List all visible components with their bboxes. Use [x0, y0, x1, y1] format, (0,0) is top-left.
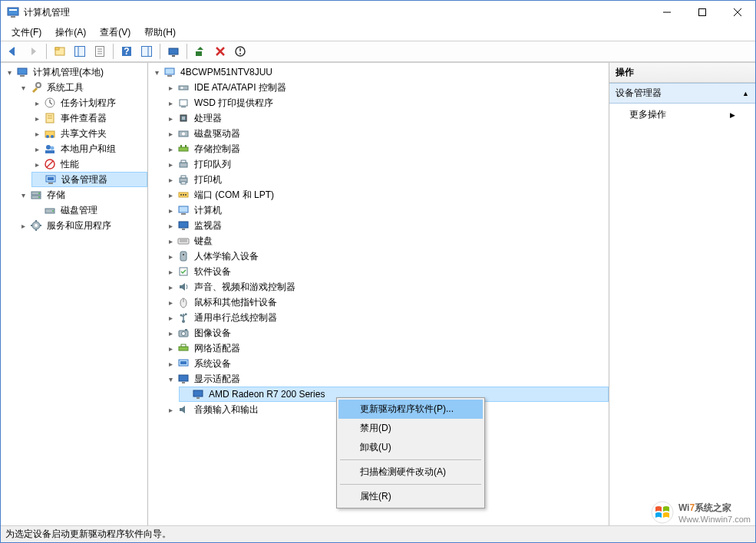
- expand-icon[interactable]: ▸: [165, 358, 176, 369]
- device-category-mouse[interactable]: ▸ 鼠标和其他指针设备: [165, 295, 609, 310]
- tree-services-apps[interactable]: ▸服务和应用程序: [18, 218, 147, 233]
- close-button[interactable]: [720, 1, 755, 24]
- tree-event-viewer[interactable]: ▸事件查看器: [31, 110, 147, 126]
- device-category-keyboard[interactable]: ▸ 键盘: [165, 233, 609, 248]
- expand-icon[interactable]: ▸: [165, 266, 176, 277]
- device-category-monitor[interactable]: ▸ 监视器: [165, 218, 609, 233]
- device-category-usb[interactable]: ▸ 通用串行总线控制器: [165, 310, 609, 325]
- device-category-print_queue[interactable]: ▸ 打印队列: [165, 156, 609, 172]
- device-category-ports[interactable]: ▸ 端口 (COM 和 LPT): [165, 187, 609, 202]
- expand-icon[interactable]: ▸: [31, 128, 42, 139]
- action-pane-button[interactable]: [137, 43, 156, 60]
- ctx-update-driver[interactable]: 更新驱动程序软件(P)...: [338, 400, 483, 419]
- svg-rect-21: [196, 51, 202, 56]
- expand-icon[interactable]: ▸: [18, 220, 28, 231]
- expand-icon[interactable]: ▸: [165, 312, 176, 323]
- expand-icon[interactable]: ▸: [31, 159, 42, 169]
- expand-icon[interactable]: ▸: [165, 128, 176, 139]
- ctx-properties[interactable]: 属性(R): [338, 487, 483, 506]
- scan-hardware-button[interactable]: [164, 43, 183, 60]
- console-tree-pane[interactable]: ▾ 计算机管理(本地) ▾ 系统工具 ▸任务计划程序 ▸事件查看器: [1, 63, 148, 525]
- back-button[interactable]: [4, 43, 22, 60]
- expand-icon[interactable]: ▸: [165, 143, 176, 154]
- expand-icon[interactable]: ▸: [165, 159, 176, 169]
- device-category-network[interactable]: ▸ 网络适配器: [165, 341, 609, 356]
- tree-disk-mgmt[interactable]: 磁盘管理: [31, 202, 147, 218]
- expand-icon[interactable]: ▸: [31, 97, 42, 108]
- collapse-icon[interactable]: ▾: [18, 82, 28, 93]
- tree-device-manager[interactable]: 设备管理器: [31, 172, 147, 187]
- tree-local-users[interactable]: ▸本地用户和组: [31, 141, 147, 156]
- collapse-icon[interactable]: ▾: [151, 67, 162, 77]
- ctx-scan[interactable]: 扫描检测硬件改动(A): [338, 462, 483, 482]
- tree-shared-folders[interactable]: ▸共享文件夹: [31, 126, 147, 141]
- device-category-printer[interactable]: ▸ 打印机: [165, 172, 609, 187]
- expand-icon[interactable]: ▸: [165, 251, 176, 262]
- menu-file[interactable]: 文件(F): [5, 25, 48, 41]
- tree-system-tools[interactable]: ▾ 系统工具: [18, 80, 147, 95]
- svg-rect-57: [181, 107, 186, 107]
- device-category-cpu[interactable]: ▸ 处理器: [165, 110, 609, 126]
- menu-action[interactable]: 操作(A): [49, 25, 92, 41]
- expand-icon[interactable]: ▸: [165, 343, 176, 354]
- collapse-icon[interactable]: ▾: [4, 67, 15, 77]
- expand-icon[interactable]: ▸: [165, 220, 176, 231]
- device-icon: [177, 327, 190, 339]
- expand-icon[interactable]: ▸: [165, 97, 176, 108]
- help-button[interactable]: ?: [117, 43, 136, 60]
- ctx-uninstall[interactable]: 卸载(U): [338, 438, 483, 457]
- computer-mgmt-icon: [16, 66, 28, 78]
- show-hide-tree-button[interactable]: [71, 43, 89, 60]
- device-root[interactable]: ▾ 4BCWPM51NTV8JUU: [151, 64, 609, 80]
- device-category-display[interactable]: ▾ 显示适配器: [165, 371, 609, 387]
- expand-icon[interactable]: ▸: [165, 281, 176, 292]
- expand-icon[interactable]: ▸: [165, 189, 176, 200]
- svg-rect-76: [179, 222, 188, 228]
- expand-icon[interactable]: ▸: [165, 235, 176, 246]
- statusbar-text: 为选定设备启动更新驱动程序软件向导。: [5, 528, 171, 541]
- menu-view[interactable]: 查看(V): [94, 25, 137, 41]
- device-category-wsd[interactable]: ▸ WSD 打印提供程序: [165, 95, 609, 110]
- collapse-icon[interactable]: ▾: [165, 374, 176, 384]
- device-category-disk[interactable]: ▸ 磁盘驱动器: [165, 126, 609, 141]
- actions-more[interactable]: 更多操作 ▶: [609, 104, 755, 126]
- device-category-ide[interactable]: ▸ IDE ATA/ATAPI 控制器: [165, 80, 609, 95]
- maximize-button[interactable]: [685, 1, 720, 24]
- expand-icon[interactable]: ▸: [165, 82, 176, 93]
- expand-icon[interactable]: ▸: [165, 113, 176, 123]
- device-category-sound[interactable]: ▸ 声音、视频和游戏控制器: [165, 279, 609, 295]
- svg-rect-26: [18, 68, 27, 74]
- tree-root[interactable]: ▾ 计算机管理(本地): [4, 64, 147, 80]
- actions-section[interactable]: 设备管理器 ▲: [609, 83, 755, 104]
- device-category-image_dev[interactable]: ▸ 图像设备: [165, 325, 609, 341]
- disable-button[interactable]: [231, 43, 249, 60]
- svg-rect-38: [45, 150, 54, 153]
- expand-icon[interactable]: ▸: [165, 174, 176, 185]
- uninstall-button[interactable]: [211, 43, 229, 60]
- device-category-system_dev[interactable]: ▸ 系统设备: [165, 356, 609, 371]
- device-category-hid[interactable]: ▸ 人体学输入设备: [165, 248, 609, 264]
- collapse-icon[interactable]: ▲: [742, 90, 749, 97]
- update-driver-button[interactable]: [191, 43, 210, 60]
- up-button[interactable]: [51, 43, 69, 60]
- tree-performance[interactable]: ▸性能: [31, 156, 147, 172]
- expand-icon[interactable]: ▸: [31, 143, 42, 154]
- expand-icon[interactable]: ▸: [165, 297, 176, 308]
- ctx-disable[interactable]: 禁用(D): [338, 419, 483, 438]
- svg-rect-77: [182, 229, 185, 230]
- expand-icon[interactable]: ▸: [31, 113, 42, 123]
- device-category-software_dev[interactable]: ▸ 软件设备: [165, 264, 609, 279]
- tree-storage[interactable]: ▾ 存储: [18, 187, 147, 202]
- device-category-storage_ctrl[interactable]: ▸ 存储控制器: [165, 141, 609, 156]
- svg-rect-98: [182, 382, 185, 383]
- expand-icon[interactable]: ▸: [165, 327, 176, 338]
- expand-icon[interactable]: ▸: [165, 205, 176, 216]
- collapse-icon[interactable]: ▾: [18, 189, 28, 200]
- tree-task-scheduler[interactable]: ▸任务计划程序: [31, 95, 147, 110]
- minimize-button[interactable]: [649, 1, 685, 24]
- device-category-computer[interactable]: ▸ 计算机: [165, 202, 609, 218]
- expand-icon[interactable]: ▸: [165, 404, 176, 415]
- properties-button[interactable]: [91, 43, 109, 60]
- menu-help[interactable]: 帮助(H): [138, 25, 182, 41]
- forward-button[interactable]: [24, 43, 42, 60]
